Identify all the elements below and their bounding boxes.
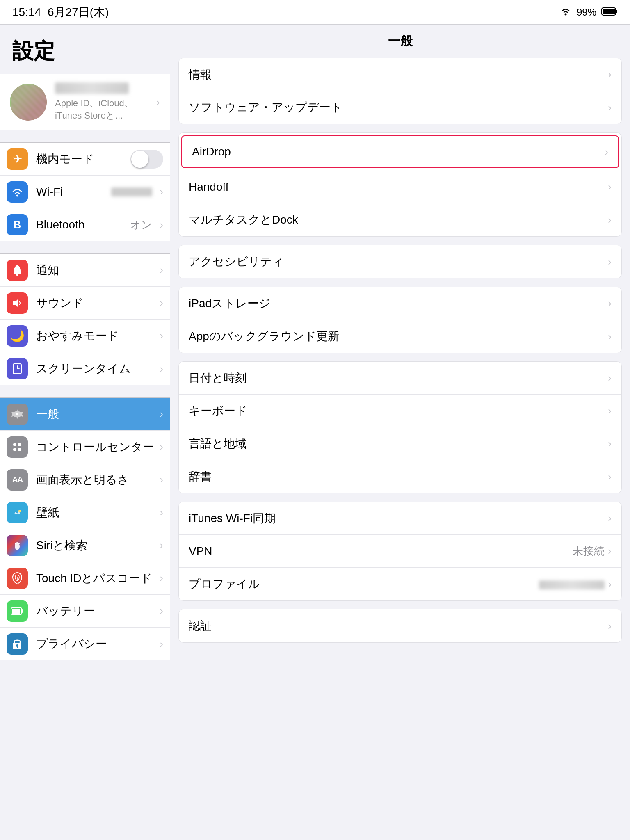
svg-rect-5 xyxy=(16,274,18,276)
wifi-settings-icon xyxy=(7,181,28,203)
screentime-chevron: › xyxy=(160,363,163,375)
sidebar-item-controlcenter[interactable]: コントロールセンター › xyxy=(0,431,170,463)
svg-point-0 xyxy=(564,13,566,15)
sidebar-item-wallpaper[interactable]: 壁紙 › xyxy=(0,496,170,529)
bluetooth-icon: B xyxy=(7,214,28,235)
battery-settings-icon xyxy=(7,600,28,622)
right-item-itunes[interactable]: iTunes Wi-Fi同期 › xyxy=(179,502,621,535)
notification-label: 通知 xyxy=(36,262,156,278)
screentime-icon xyxy=(7,358,28,379)
sidebar-item-battery[interactable]: バッテリー › xyxy=(0,595,170,628)
right-item-profile[interactable]: プロファイル › xyxy=(179,568,621,600)
right-item-vpn[interactable]: VPN 未接続 › xyxy=(179,535,621,568)
bgrefresh-chevron: › xyxy=(608,330,612,343)
status-right: 99% xyxy=(559,7,618,18)
sidebar-item-privacy[interactable]: プライバシー › xyxy=(0,628,170,660)
sidebar-item-wifi[interactable]: Wi-Fi › xyxy=(0,176,170,208)
datetime-chevron: › xyxy=(608,372,612,384)
handoff-label: Handoff xyxy=(189,180,608,194)
right-item-language[interactable]: 言語と地域 › xyxy=(179,427,621,460)
right-item-multitask[interactable]: マルチタスクとDock › xyxy=(179,203,621,236)
sidebar-item-donotdisturb[interactable]: 🌙 おやすみモード › xyxy=(0,320,170,352)
avatar xyxy=(10,84,47,121)
right-section-5: 日付と時刻 › キーボード › 言語と地域 › 辞書 › xyxy=(178,361,622,493)
bluetooth-chevron: › xyxy=(160,219,163,231)
svg-point-11 xyxy=(13,443,16,446)
right-item-keyboard[interactable]: キーボード › xyxy=(179,395,621,427)
sidebar-item-touchid[interactable]: Touch IDとパスコード › xyxy=(0,562,170,595)
group-spacer-3 xyxy=(0,385,170,397)
right-section-7: 認証 › xyxy=(178,609,622,643)
controlcenter-icon xyxy=(7,436,28,458)
status-bar: 15:14 6月27日(木) 99% xyxy=(0,0,630,25)
general-icon xyxy=(7,404,28,425)
touchid-icon xyxy=(7,568,28,589)
touchid-label: Touch IDとパスコード xyxy=(36,571,156,586)
siri-chevron: › xyxy=(160,539,163,552)
right-item-software[interactable]: ソフトウェア・アップデート › xyxy=(179,91,621,124)
right-item-datetime[interactable]: 日付と時刻 › xyxy=(179,362,621,395)
wifi-chevron: › xyxy=(160,185,163,198)
svg-rect-2 xyxy=(616,10,617,13)
donotdisturb-icon: 🌙 xyxy=(7,325,28,347)
sidebar-item-display[interactable]: AA 画面表示と明るさ › xyxy=(0,463,170,496)
sidebar-item-general[interactable]: 一般 › xyxy=(0,398,170,431)
privacy-icon xyxy=(7,633,28,655)
notifications-group: 通知 › サウンド › 🌙 おやすみモード › xyxy=(0,253,170,385)
wifi-icon xyxy=(559,7,572,18)
general-label: 一般 xyxy=(36,406,156,422)
sidebar-item-bluetooth[interactable]: B Bluetooth オン › xyxy=(0,208,170,241)
handoff-chevron: › xyxy=(608,180,612,193)
airplane-label: 機内モード xyxy=(36,151,130,167)
sound-icon xyxy=(7,292,28,314)
group-spacer-1 xyxy=(0,130,170,142)
airdrop-chevron: › xyxy=(605,146,608,158)
profile-chevron-right: › xyxy=(608,578,612,591)
airplane-toggle[interactable] xyxy=(130,150,163,169)
profile-blurred-value xyxy=(539,580,605,589)
screentime-label: スクリーンタイム xyxy=(36,361,156,377)
itunes-chevron: › xyxy=(608,512,612,525)
storage-chevron: › xyxy=(608,297,612,310)
group-spacer-2 xyxy=(0,241,170,253)
right-section-2: AirDrop › Handoff › マルチタスクとDock › xyxy=(178,132,622,237)
right-item-auth[interactable]: 認証 › xyxy=(179,609,621,642)
airplane-icon: ✈ xyxy=(7,148,28,170)
language-chevron: › xyxy=(608,437,612,450)
profile-section[interactable]: Apple ID、iCloud、iTunes Storeと... › xyxy=(0,74,170,130)
right-item-storage[interactable]: iPadストレージ › xyxy=(179,287,621,320)
svg-point-16 xyxy=(18,510,21,512)
right-item-accessibility[interactable]: アクセシビリティ › xyxy=(179,245,621,278)
svg-point-14 xyxy=(18,448,21,451)
right-item-info[interactable]: 情報 › xyxy=(179,58,621,91)
vpn-label: VPN xyxy=(189,545,573,558)
sidebar-item-notification[interactable]: 通知 › xyxy=(0,254,170,287)
profile-info: Apple ID、iCloud、iTunes Storeと... xyxy=(55,82,145,122)
accessibility-chevron: › xyxy=(608,256,612,268)
bluetooth-label: Bluetooth xyxy=(36,218,130,231)
right-item-dictionary[interactable]: 辞書 › xyxy=(179,460,621,493)
sidebar-item-siri[interactable]: Siriと検索 › xyxy=(0,529,170,562)
general-chevron: › xyxy=(160,408,163,420)
storage-label: iPadストレージ xyxy=(189,296,608,311)
status-date: 6月27日(木) xyxy=(48,5,109,20)
sidebar-item-screentime[interactable]: スクリーンタイム › xyxy=(0,352,170,385)
right-item-airdrop[interactable]: AirDrop › xyxy=(181,135,619,168)
donotdisturb-label: おやすみモード xyxy=(36,328,156,344)
sidebar-item-airplane[interactable]: ✈ 機内モード xyxy=(0,143,170,176)
display-chevron: › xyxy=(160,473,163,486)
battery-settings-chevron: › xyxy=(160,605,163,617)
datetime-label: 日付と時刻 xyxy=(189,370,608,386)
right-item-bgrefresh[interactable]: Appのバックグラウンド更新 › xyxy=(179,320,621,353)
wallpaper-label: 壁紙 xyxy=(36,505,156,520)
keyboard-chevron: › xyxy=(608,404,612,417)
right-section-6: iTunes Wi-Fi同期 › VPN 未接続 › プロファイル › xyxy=(178,502,622,601)
software-chevron: › xyxy=(608,101,612,114)
sound-chevron: › xyxy=(160,297,163,309)
donotdisturb-chevron: › xyxy=(160,329,163,342)
right-item-handoff[interactable]: Handoff › xyxy=(179,171,621,203)
controlcenter-label: コントロールセンター xyxy=(36,439,156,455)
right-section-3: アクセシビリティ › xyxy=(178,245,622,278)
right-panel: 一般 情報 › ソフトウェア・アップデート › AirDrop › Handof… xyxy=(170,25,630,840)
sidebar-item-sound[interactable]: サウンド › xyxy=(0,287,170,320)
